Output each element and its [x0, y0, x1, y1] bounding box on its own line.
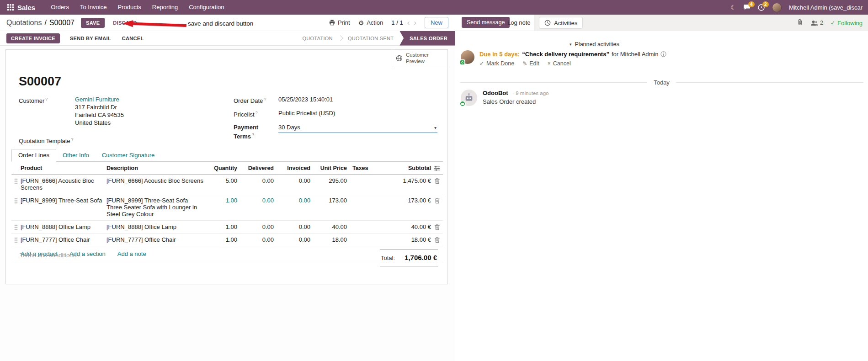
cell-description[interactable]: [FURN_6666] Acoustic Bloc Screens	[107, 177, 208, 184]
delete-row-button[interactable]	[431, 177, 443, 184]
cell-product[interactable]: [FURN_6666] Acoustic Bloc Screens	[21, 177, 107, 191]
cell-delivered[interactable]: 0.00	[237, 177, 274, 184]
add-note-link[interactable]: Add a note	[117, 250, 146, 257]
create-invoice-button[interactable]: CREATE INVOICE	[6, 33, 60, 43]
col-delivered: Delivered	[237, 165, 274, 171]
save-button[interactable]: SAVE	[81, 18, 105, 28]
cell-product[interactable]: [FURN_8999] Three-Seat Sofa	[21, 197, 107, 204]
help-mark: ?	[71, 137, 74, 142]
address-line-1: 317 Fairchild Dr	[75, 103, 220, 111]
following-button[interactable]: ✓ Following	[831, 20, 863, 27]
menu-configuration[interactable]: Configuration	[183, 0, 229, 15]
delete-row-button[interactable]	[431, 197, 443, 204]
tab-customer-signature[interactable]: Customer Signature	[96, 149, 161, 161]
paperclip-icon	[797, 19, 803, 26]
message-author[interactable]: OdooBot	[483, 90, 508, 96]
action-menu-button[interactable]: ⚙ Action	[358, 19, 383, 27]
cell-quantity[interactable]: 1.00	[208, 197, 237, 204]
cell-delivered[interactable]: 0.00	[237, 223, 274, 230]
cancel-button[interactable]: CANCEL	[118, 33, 148, 43]
followers-button[interactable]: 2	[810, 20, 823, 26]
col-taxes: Taxes	[347, 165, 387, 171]
following-label: Following	[837, 20, 863, 27]
cell-product[interactable]: [FURN_8888] Office Lamp	[21, 223, 107, 230]
send-by-email-button[interactable]: SEND BY EMAIL	[66, 33, 115, 43]
apps-menu-button[interactable]: Sales	[5, 4, 45, 11]
chatter-header-strip: Activities 2 ✓ Following	[534, 15, 868, 31]
tab-order-lines[interactable]: Order Lines	[11, 149, 56, 162]
app-name[interactable]: Sales	[17, 4, 35, 11]
order-date-value[interactable]: 05/25/2023 15:40:01	[278, 96, 437, 103]
cell-invoiced[interactable]: 0.00	[274, 197, 310, 204]
activities-tab[interactable]: Activities	[539, 17, 583, 29]
delete-row-button[interactable]	[431, 236, 443, 243]
cell-unit-price[interactable]: 173.00	[310, 197, 347, 204]
customer-name-link[interactable]: Gemini Furniture	[75, 96, 119, 103]
edit-activity-button[interactable]: ✎Edit	[522, 60, 539, 67]
cell-delivered[interactable]: 0.00	[237, 236, 274, 243]
cell-quantity[interactable]: 1.00	[208, 236, 237, 243]
cell-unit-price[interactable]: 40.00	[310, 223, 347, 230]
activities-count-badge: 2	[762, 1, 769, 7]
optional-columns-button[interactable]	[431, 165, 443, 171]
cancel-activity-button[interactable]: ×Cancel	[548, 60, 571, 67]
send-message-button[interactable]: Send message	[462, 17, 510, 28]
cell-quantity[interactable]: 1.00	[208, 223, 237, 230]
cell-unit-price[interactable]: 295.00	[310, 177, 347, 184]
col-quantity: Quantity	[208, 165, 237, 171]
stage-quotation-sent[interactable]: QUOTATION SENT	[342, 31, 399, 46]
cell-product[interactable]: [FURN_7777] Office Chair	[21, 236, 107, 243]
order-line-row[interactable]: [FURN_7777] Office Chair [FURN_7777] Off…	[11, 234, 443, 246]
stage-sales-order[interactable]: SALES ORDER	[399, 31, 455, 46]
order-line-row[interactable]: [FURN_6666] Acoustic Bloc Screens [FURN_…	[11, 175, 443, 194]
drag-handle-icon[interactable]	[11, 197, 21, 204]
info-icon[interactable]	[660, 51, 666, 57]
activities-menu-button[interactable]: 2	[758, 4, 765, 11]
cell-description[interactable]: [FURN_7777] Office Chair	[107, 236, 208, 243]
terms-and-conditions-placeholder[interactable]: Terms and conditions...	[20, 252, 81, 259]
cell-quantity[interactable]: 5.00	[208, 177, 237, 184]
chatter-header: Send message Log note Activities 2 ✓ Fol…	[455, 15, 868, 31]
dark-mode-icon[interactable]: ☾	[730, 4, 736, 11]
print-button[interactable]: Print	[329, 19, 350, 26]
planned-activities-toggle[interactable]: ▾ Planned activities	[570, 41, 619, 48]
odoo-sales-app: Sales Orders To Invoice Products Reporti…	[0, 0, 868, 361]
drag-handle-icon[interactable]	[11, 236, 21, 243]
log-note-button[interactable]: Log note	[507, 19, 531, 26]
menu-orders[interactable]: Orders	[45, 0, 75, 15]
customer-preview-button[interactable]: Customer Preview	[392, 50, 447, 67]
pager-previous-icon[interactable]: ‹	[407, 20, 410, 26]
cell-invoiced[interactable]: 0.00	[274, 236, 310, 243]
customer-field[interactable]: Gemini Furniture 317 Fairchild Dr Fairfi…	[75, 96, 220, 127]
cell-description[interactable]: [FURN_8999] Three-Seat SofaThree Seater …	[107, 197, 208, 218]
discard-button[interactable]: DISCARD	[110, 18, 139, 28]
order-line-row[interactable]: [FURN_8888] Office Lamp [FURN_8888] Offi…	[11, 221, 443, 234]
new-button[interactable]: New	[425, 17, 448, 28]
stage-quotation[interactable]: QUOTATION	[296, 31, 338, 46]
attach-files-button[interactable]	[797, 19, 803, 27]
drag-handle-icon[interactable]	[11, 223, 21, 230]
breadcrumb-quotations[interactable]: Quotations	[6, 19, 42, 27]
delete-row-button[interactable]	[431, 223, 443, 230]
menu-products[interactable]: Products	[112, 0, 146, 15]
message-body: Sales Order created	[483, 98, 548, 105]
stage-pipeline: QUOTATION QUOTATION SENT SALES ORDER	[296, 31, 455, 46]
payment-terms-input[interactable]: 30 Days ▾	[278, 123, 437, 133]
pricelist-value[interactable]: Public Pricelist (USD)	[278, 109, 437, 117]
menu-reporting[interactable]: Reporting	[147, 0, 183, 15]
user-name[interactable]: Mitchell Admin (save_discar	[789, 4, 863, 11]
cell-invoiced[interactable]: 0.00	[274, 223, 310, 230]
drag-handle-icon[interactable]	[11, 177, 21, 184]
cell-invoiced[interactable]: 0.00	[274, 177, 310, 184]
messages-menu-button[interactable]: 4	[743, 4, 751, 11]
pager-next-icon[interactable]: ›	[414, 20, 416, 26]
user-avatar[interactable]	[772, 3, 782, 12]
order-line-row[interactable]: [FURN_8999] Three-Seat Sofa [FURN_8999] …	[11, 194, 443, 221]
cell-unit-price[interactable]: 18.00	[310, 236, 347, 243]
mark-done-button[interactable]: ✓Mark Done	[479, 60, 514, 67]
dropdown-caret-icon[interactable]: ▾	[434, 124, 437, 132]
cell-description[interactable]: [FURN_8888] Office Lamp	[107, 223, 208, 230]
menu-to-invoice[interactable]: To Invoice	[75, 0, 112, 15]
tab-other-info[interactable]: Other Info	[56, 149, 96, 161]
cell-delivered[interactable]: 0.00	[237, 197, 274, 204]
